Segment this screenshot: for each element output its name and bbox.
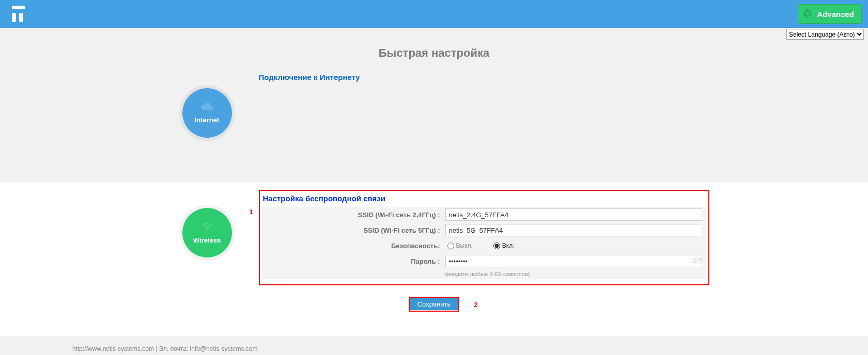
footer-email-link[interactable]: info@netis-systems.com bbox=[190, 345, 258, 352]
label-ssid-24: SSID (Wi-Fi сеть 2,4ГГц) : bbox=[262, 211, 445, 219]
footer-text: http://www.netis-systems.com | Эл. почта… bbox=[72, 345, 190, 352]
radio-security-on-input[interactable] bbox=[493, 243, 500, 249]
language-select[interactable]: Select Language (Авто) bbox=[786, 29, 864, 40]
radio-security-on[interactable]: Вкл. bbox=[493, 242, 515, 249]
brand-logo bbox=[8, 4, 29, 24]
internet-circle-label: Internet bbox=[195, 116, 220, 124]
input-password[interactable] bbox=[445, 255, 702, 267]
advanced-label: Advanced bbox=[817, 10, 854, 19]
gear-icon bbox=[802, 8, 813, 20]
wireless-circle-label: Wireless bbox=[193, 236, 221, 244]
wireless-section-title: Настройка беспроводной связи bbox=[262, 193, 706, 207]
wireless-step-circle[interactable]: Wireless bbox=[182, 208, 232, 257]
language-bar: Select Language (Авто) bbox=[0, 28, 868, 41]
footer: http://www.netis-systems.com | Эл. почта… bbox=[0, 336, 868, 355]
radio-security-off-input[interactable] bbox=[447, 243, 454, 249]
svg-rect-2 bbox=[19, 13, 23, 22]
row-ssid-24: SSID (Wi-Fi сеть 2,4ГГц) : bbox=[262, 207, 706, 222]
wireless-config-box: Настройка беспроводной связи SSID (Wi-Fi… bbox=[259, 190, 709, 285]
svg-rect-0 bbox=[12, 6, 25, 9]
label-password: Пароль : bbox=[262, 257, 445, 265]
internet-section-title: Подключение к Интернету bbox=[157, 60, 712, 84]
label-ssid-5: SSID (Wi-Fi сеть 5ГГц) : bbox=[262, 227, 445, 234]
radio-security-off[interactable]: Выкл. bbox=[447, 242, 473, 249]
save-button[interactable]: Сохранить bbox=[410, 298, 458, 310]
annotation-2: 2 bbox=[474, 301, 478, 309]
header-bar: Advanced bbox=[0, 0, 868, 28]
annotation-1: 1 bbox=[250, 208, 253, 216]
toggle-password-icon[interactable] bbox=[693, 257, 702, 266]
top-greyband: Быстрая настройка Подключение к Интернет… bbox=[0, 41, 868, 182]
input-ssid-24[interactable] bbox=[445, 208, 702, 221]
internet-step-circle[interactable]: Internet bbox=[182, 88, 232, 138]
row-ssid-5: SSID (Wi-Fi сеть 5ГГц) : bbox=[262, 222, 706, 238]
advanced-button[interactable]: Advanced bbox=[798, 4, 862, 24]
wifi-icon bbox=[200, 221, 214, 233]
row-security: Безопасность: Выкл. Вкл. bbox=[262, 238, 706, 253]
password-hint: (введите любые 8-63 символов) bbox=[262, 269, 706, 279]
row-password: Пароль : bbox=[262, 253, 706, 269]
page-title: Быстрая настройка bbox=[0, 46, 868, 60]
cloud-icon bbox=[200, 102, 214, 113]
svg-rect-1 bbox=[12, 13, 16, 22]
input-ssid-5[interactable] bbox=[445, 224, 702, 236]
label-security: Безопасность: bbox=[262, 242, 445, 250]
